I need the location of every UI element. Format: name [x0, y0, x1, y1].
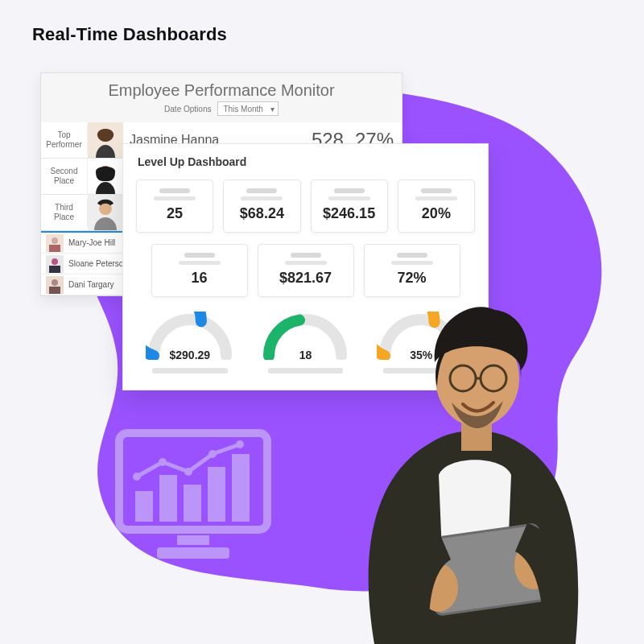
- svg-point-26: [52, 279, 58, 286]
- monitor-chart-icon: [113, 427, 274, 564]
- svg-point-20: [52, 237, 58, 244]
- date-options-label: Date Options: [164, 105, 211, 114]
- svg-rect-27: [49, 287, 60, 294]
- svg-rect-2: [157, 547, 229, 559]
- metric-row-1: 25 $68.24 $246.15 20%: [123, 176, 488, 241]
- avatar: [46, 234, 64, 252]
- gauge-icon: $290.29: [146, 312, 234, 360]
- rank-label-top: Top Performer: [41, 126, 88, 155]
- rank-label-second: Second Place: [41, 159, 88, 194]
- svg-rect-7: [232, 454, 250, 522]
- rank-label-third: Third Place: [41, 198, 88, 227]
- avatar: [88, 122, 123, 158]
- svg-point-8: [133, 473, 141, 481]
- epm-title: Employee Performance Monitor: [41, 73, 402, 101]
- lvl-title: Level Up Dashboard: [123, 144, 488, 176]
- svg-point-12: [236, 440, 244, 448]
- gauge-card[interactable]: $290.29: [142, 312, 238, 374]
- metric-card[interactable]: 16: [151, 244, 248, 297]
- metric-card[interactable]: 25: [136, 180, 213, 233]
- date-options-select[interactable]: This Month: [217, 101, 278, 116]
- avatar: [88, 159, 123, 194]
- svg-rect-1: [177, 535, 209, 545]
- svg-point-10: [184, 468, 192, 476]
- metric-card[interactable]: 20%: [398, 180, 475, 233]
- svg-rect-3: [135, 491, 153, 522]
- metric-card[interactable]: $246.15: [311, 180, 388, 233]
- svg-rect-5: [184, 485, 201, 522]
- svg-point-11: [208, 450, 217, 458]
- metric-card[interactable]: $68.24: [223, 180, 300, 233]
- avatar: [46, 255, 64, 273]
- svg-rect-4: [159, 475, 177, 522]
- svg-point-9: [159, 458, 167, 466]
- svg-rect-24: [49, 266, 60, 273]
- page-title: Real-Time Dashboards: [32, 24, 227, 45]
- epm-filter-row: Date Options This Month: [41, 101, 402, 122]
- svg-rect-6: [208, 467, 225, 522]
- avatar: [88, 195, 123, 230]
- svg-rect-21: [49, 245, 60, 252]
- hero-person-image: [310, 266, 616, 644]
- svg-point-23: [52, 258, 58, 265]
- avatar: [46, 276, 64, 294]
